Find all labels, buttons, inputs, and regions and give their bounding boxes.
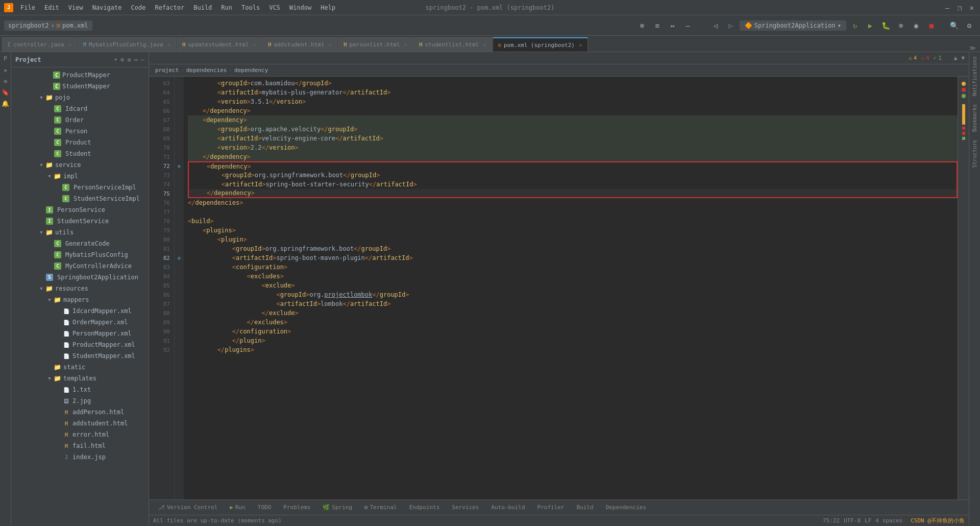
tab-controller[interactable]: C controller.java ✕ (2, 37, 77, 52)
run-config-dropdown[interactable]: ▾ (838, 22, 841, 29)
tree-item-1txt[interactable]: 📄 1.txt (11, 384, 149, 395)
navigate-down[interactable]: ▼ (961, 55, 965, 61)
tree-item-addperson[interactable]: H addPerson.html (11, 407, 149, 418)
run-button[interactable]: ▶ (864, 19, 877, 32)
tree-item-personserviceimpl[interactable]: C PersonServiceImpl (11, 182, 149, 193)
tree-item-productmapper[interactable]: C ProductMapper (11, 69, 149, 81)
check-count[interactable]: ✓ 1 (934, 55, 942, 61)
menu-tools[interactable]: Tools (237, 3, 264, 12)
tab-personlist[interactable]: H personlist.html ✕ (338, 37, 413, 52)
stop-button[interactable]: ■ (925, 19, 938, 32)
minimize-button[interactable]: — (943, 4, 951, 12)
bc-dependency[interactable]: dependency (234, 67, 268, 74)
tree-item-pojo[interactable]: ▼ 📁 pojo (11, 92, 149, 103)
tab-mybatisplusconfig[interactable]: M MybatisPlusConfig.java ✕ (78, 37, 176, 52)
gear-icon[interactable]: ⊕ (120, 56, 124, 63)
tree-item-productmapperxml[interactable]: 📄 ProductMapper.xml (11, 339, 149, 350)
tab-close-person[interactable]: ✕ (404, 41, 408, 48)
navigate-up[interactable]: ▲ (954, 55, 958, 61)
settings-button[interactable]: ⚙ (963, 19, 976, 32)
tree-item-studentmapperxml[interactable]: 📄 StudentMapper.xml (11, 350, 149, 362)
tree-item-student[interactable]: C Student (11, 148, 149, 159)
tree-item-ordermapperxml[interactable]: 📄 OrderMapper.xml (11, 317, 149, 328)
status-indent[interactable]: 4 spaces (875, 517, 902, 524)
sync-button[interactable]: ⊕ (635, 19, 649, 32)
structure-marker[interactable]: ≡ (1, 77, 10, 86)
forward-button[interactable]: ▷ (724, 19, 738, 32)
status-line-ending[interactable]: LF (865, 517, 871, 524)
run-with-coverage[interactable]: ⊕ (894, 19, 908, 32)
tab-close-pom[interactable]: ✕ (579, 42, 582, 49)
menu-build[interactable]: Build (189, 3, 216, 12)
maximize-button[interactable]: ❐ (955, 4, 964, 12)
tab-endpoints[interactable]: Endpoints (404, 503, 445, 512)
tab-profiler[interactable]: Profiler (532, 503, 570, 512)
bc-dependencies[interactable]: dependencies (186, 67, 227, 74)
code-content[interactable]: <groupId>com.baomidou</groupId> <artifac… (184, 77, 958, 499)
tree-item-service[interactable]: ▼ 📁 service (11, 159, 149, 171)
favorites-marker[interactable]: ★ (1, 65, 10, 75)
tab-close-mybatis[interactable]: ✕ (167, 41, 171, 48)
menu-file[interactable]: File (16, 3, 39, 12)
collapse-all-button[interactable]: ↔ (666, 19, 679, 32)
project-dropdown[interactable]: ▾ (114, 56, 117, 63)
status-encoding[interactable]: UTF-8 (844, 517, 861, 524)
tree-item-product[interactable]: C Product (11, 137, 149, 148)
tab-close-controller[interactable]: ✕ (68, 41, 71, 48)
tab-build-log[interactable]: Build (572, 503, 599, 512)
menu-refactor[interactable]: Refactor (151, 3, 188, 12)
tab-problems[interactable]: Problems (278, 503, 315, 512)
status-position[interactable]: 75:22 (823, 517, 840, 524)
search-everywhere-button[interactable]: 🔍 (947, 19, 961, 32)
tree-item-templates[interactable]: ▼ 📁 templates (11, 373, 149, 384)
tree-item-order[interactable]: C Order (11, 114, 149, 126)
tab-close-update[interactable]: ✕ (253, 41, 257, 48)
tab-updatestudent[interactable]: H updatestudent.html ✕ (177, 37, 262, 52)
list-icon[interactable]: ≡ (127, 56, 131, 63)
tree-item-static[interactable]: 📁 static (11, 362, 149, 373)
menu-window[interactable]: Window (285, 3, 315, 12)
tree-item-springboot2app[interactable]: S Springboot2Application (11, 272, 149, 283)
tree-item-errorhtml[interactable]: H error.html (11, 429, 149, 440)
profile-button[interactable]: ◉ (910, 19, 923, 32)
tab-auto-build[interactable]: Auto-build (486, 503, 530, 512)
debug-button[interactable]: 🐛 (879, 19, 892, 32)
sync-icon[interactable]: ↔ (134, 56, 138, 63)
tree-item-person[interactable]: C Person (11, 126, 149, 137)
tab-bookmarks[interactable]: Bookmarks (970, 100, 979, 136)
tree-item-resources[interactable]: ▼ 📁 resources (11, 283, 149, 294)
menu-run[interactable]: Run (217, 3, 236, 12)
tree-item-generatecode[interactable]: C GenerateCode (11, 238, 149, 249)
tab-structure-side[interactable]: Structure (970, 136, 979, 172)
tab-studentlist[interactable]: H studentlist.html ✕ (413, 37, 492, 52)
back-button[interactable]: ◁ (709, 19, 722, 32)
tab-notifications[interactable]: Notifications (970, 52, 979, 100)
tab-pomxml[interactable]: m pom.xml (springboot2) ✕ (493, 37, 588, 52)
tab-spring[interactable]: 🌿 Spring (317, 503, 357, 512)
tab-services[interactable]: Services (447, 503, 484, 512)
tree-item-mappers[interactable]: ▼ 📁 mappers (11, 294, 149, 305)
close-panel-icon[interactable]: – (141, 56, 144, 63)
tree-item-addstudenthtml[interactable]: H addstudent.html (11, 418, 149, 429)
menu-navigate[interactable]: Navigate (88, 3, 126, 12)
tree-item-idcard[interactable]: C Idcard (11, 103, 149, 114)
menu-vcs[interactable]: VCS (265, 3, 284, 12)
tree-item-mycontrolleradvice[interactable]: C MyControllerAdvice (11, 260, 149, 272)
tab-run[interactable]: ▶ Run (225, 503, 251, 512)
tab-close-student[interactable]: ✕ (483, 41, 486, 48)
tree-item-mybatisplusconfig[interactable]: C MybatisPlusConfig (11, 249, 149, 260)
tree-item-failhtml[interactable]: H fail.html (11, 440, 149, 451)
tab-terminal[interactable]: ⊞ Terminal (359, 503, 402, 512)
error-count[interactable]: ⚠ 4 (921, 55, 929, 61)
tab-addstudent[interactable]: H addstudent.html ✕ (262, 37, 337, 52)
tree-item-studentserviceimpl[interactable]: C StudentServiceImpl (11, 193, 149, 204)
close-panel-button[interactable]: – (681, 19, 695, 32)
update-button[interactable]: ↻ (848, 19, 862, 32)
tab-dependencies[interactable]: Dependencies (601, 503, 651, 512)
tab-version-control[interactable]: ⎇ Version Control (153, 503, 223, 512)
menu-edit[interactable]: Edit (40, 3, 63, 12)
tree-item-idcardmapperxml[interactable]: 📄 IdcardMapper.xml (11, 305, 149, 317)
menu-help[interactable]: Help (316, 3, 339, 12)
tree-item-personservice[interactable]: I PersonService (11, 204, 149, 216)
tree-item-2jpg[interactable]: 🖼 2.jpg (11, 395, 149, 407)
